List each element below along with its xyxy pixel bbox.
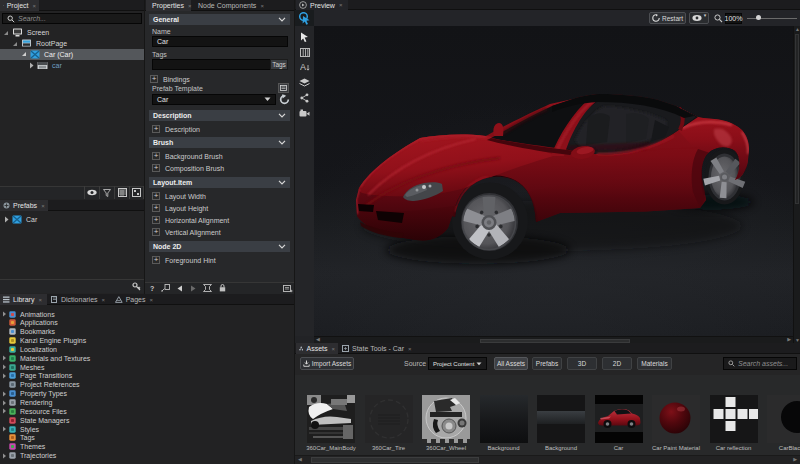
svg-text:A: A xyxy=(300,62,306,72)
